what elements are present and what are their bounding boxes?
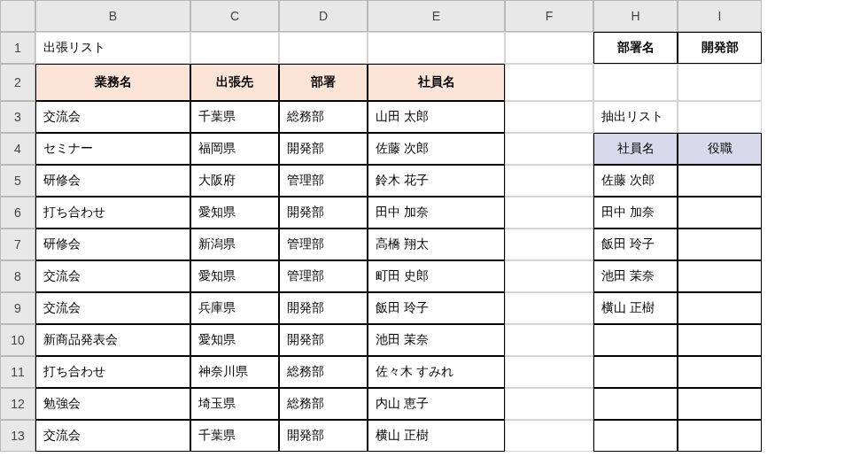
cell-f3[interactable] [505, 101, 593, 133]
cell-c4[interactable]: 福岡県 [190, 133, 279, 165]
col-header-i[interactable]: I [678, 0, 762, 32]
cell-b1[interactable]: 出張リスト [35, 32, 190, 64]
cell-e5[interactable]: 鈴木 花子 [368, 165, 505, 197]
row-header-12[interactable]: 12 [0, 388, 35, 420]
main-header-c[interactable]: 出張先 [190, 64, 279, 101]
cell-i7[interactable] [678, 228, 762, 260]
cell-b9[interactable]: 交流会 [35, 292, 190, 324]
cell-f1[interactable] [505, 32, 593, 64]
row-header-3[interactable]: 3 [0, 101, 35, 133]
cell-b11[interactable]: 打ち合わせ [35, 356, 190, 388]
cell-f9[interactable] [505, 292, 593, 324]
cell-b3[interactable]: 交流会 [35, 101, 190, 133]
cell-i3[interactable] [678, 101, 762, 133]
cell-d7[interactable]: 管理部 [279, 228, 368, 260]
cell-c5[interactable]: 大阪府 [190, 165, 279, 197]
cell-f2[interactable] [505, 64, 593, 101]
cell-b7[interactable]: 研修会 [35, 228, 190, 260]
cell-e13[interactable]: 横山 正樹 [368, 420, 505, 452]
cell-f10[interactable] [505, 324, 593, 356]
cell-h7[interactable]: 飯田 玲子 [593, 228, 678, 260]
filter-value[interactable]: 開発部 [678, 32, 762, 64]
cell-i8[interactable] [678, 260, 762, 292]
cell-d1[interactable] [279, 32, 368, 64]
cell-i13[interactable] [678, 420, 762, 452]
cell-e4[interactable]: 佐藤 次郎 [368, 133, 505, 165]
cell-e9[interactable]: 飯田 玲子 [368, 292, 505, 324]
cell-h11[interactable] [593, 356, 678, 388]
row-header-6[interactable]: 6 [0, 197, 35, 228]
cell-c7[interactable]: 新潟県 [190, 228, 279, 260]
cell-e6[interactable]: 田中 加奈 [368, 197, 505, 228]
cell-d12[interactable]: 総務部 [279, 388, 368, 420]
cell-c6[interactable]: 愛知県 [190, 197, 279, 228]
cell-c11[interactable]: 神奈川県 [190, 356, 279, 388]
cell-h13[interactable] [593, 420, 678, 452]
row-header-1[interactable]: 1 [0, 32, 35, 64]
col-header-e[interactable]: E [368, 0, 505, 32]
row-header-8[interactable]: 8 [0, 260, 35, 292]
cell-d11[interactable]: 総務部 [279, 356, 368, 388]
cell-i10[interactable] [678, 324, 762, 356]
cell-d3[interactable]: 総務部 [279, 101, 368, 133]
cell-f11[interactable] [505, 356, 593, 388]
cell-i6[interactable] [678, 197, 762, 228]
cell-h2[interactable] [593, 64, 678, 101]
cell-d9[interactable]: 開発部 [279, 292, 368, 324]
cell-c12[interactable]: 埼玉県 [190, 388, 279, 420]
cell-f13[interactable] [505, 420, 593, 452]
cell-e3[interactable]: 山田 太郎 [368, 101, 505, 133]
cell-e8[interactable]: 町田 史郎 [368, 260, 505, 292]
cell-e12[interactable]: 内山 恵子 [368, 388, 505, 420]
cell-b6[interactable]: 打ち合わせ [35, 197, 190, 228]
cell-h5[interactable]: 佐藤 次郎 [593, 165, 678, 197]
cell-d8[interactable]: 管理部 [279, 260, 368, 292]
extract-header-h[interactable]: 社員名 [593, 133, 678, 165]
row-header-7[interactable]: 7 [0, 228, 35, 260]
cell-d6[interactable]: 開発部 [279, 197, 368, 228]
cell-e11[interactable]: 佐々木 すみれ [368, 356, 505, 388]
col-header-c[interactable]: C [190, 0, 279, 32]
cell-i5[interactable] [678, 165, 762, 197]
cell-f7[interactable] [505, 228, 593, 260]
main-header-e[interactable]: 社員名 [368, 64, 505, 101]
cell-i11[interactable] [678, 356, 762, 388]
cell-f8[interactable] [505, 260, 593, 292]
cell-e1[interactable] [368, 32, 505, 64]
cell-d5[interactable]: 管理部 [279, 165, 368, 197]
cell-b13[interactable]: 交流会 [35, 420, 190, 452]
cell-i12[interactable] [678, 388, 762, 420]
extract-title[interactable]: 抽出リスト [593, 101, 678, 133]
col-header-f[interactable]: F [505, 0, 593, 32]
cell-b8[interactable]: 交流会 [35, 260, 190, 292]
cell-i9[interactable] [678, 292, 762, 324]
extract-header-i[interactable]: 役職 [678, 133, 762, 165]
col-header-h[interactable]: H [593, 0, 678, 32]
row-header-5[interactable]: 5 [0, 165, 35, 197]
spreadsheet-grid[interactable]: B C D E F H I 1 出張リスト 部署名 開発部 2 業務名 出張先 … [0, 0, 868, 452]
cell-f6[interactable] [505, 197, 593, 228]
row-header-2[interactable]: 2 [0, 64, 35, 101]
cell-b12[interactable]: 勉強会 [35, 388, 190, 420]
cell-d13[interactable]: 開発部 [279, 420, 368, 452]
cell-b5[interactable]: 研修会 [35, 165, 190, 197]
cell-h8[interactable]: 池田 茉奈 [593, 260, 678, 292]
row-header-13[interactable]: 13 [0, 420, 35, 452]
cell-h10[interactable] [593, 324, 678, 356]
cell-h6[interactable]: 田中 加奈 [593, 197, 678, 228]
cell-c8[interactable]: 愛知県 [190, 260, 279, 292]
cell-c9[interactable]: 兵庫県 [190, 292, 279, 324]
cell-c1[interactable] [190, 32, 279, 64]
cell-h9[interactable]: 横山 正樹 [593, 292, 678, 324]
cell-c3[interactable]: 千葉県 [190, 101, 279, 133]
row-header-9[interactable]: 9 [0, 292, 35, 324]
cell-f4[interactable] [505, 133, 593, 165]
cell-f12[interactable] [505, 388, 593, 420]
cell-e7[interactable]: 高橋 翔太 [368, 228, 505, 260]
cell-i2[interactable] [678, 64, 762, 101]
cell-f5[interactable] [505, 165, 593, 197]
col-header-d[interactable]: D [279, 0, 368, 32]
filter-label[interactable]: 部署名 [593, 32, 678, 64]
col-header-b[interactable]: B [35, 0, 190, 32]
cell-b4[interactable]: セミナー [35, 133, 190, 165]
